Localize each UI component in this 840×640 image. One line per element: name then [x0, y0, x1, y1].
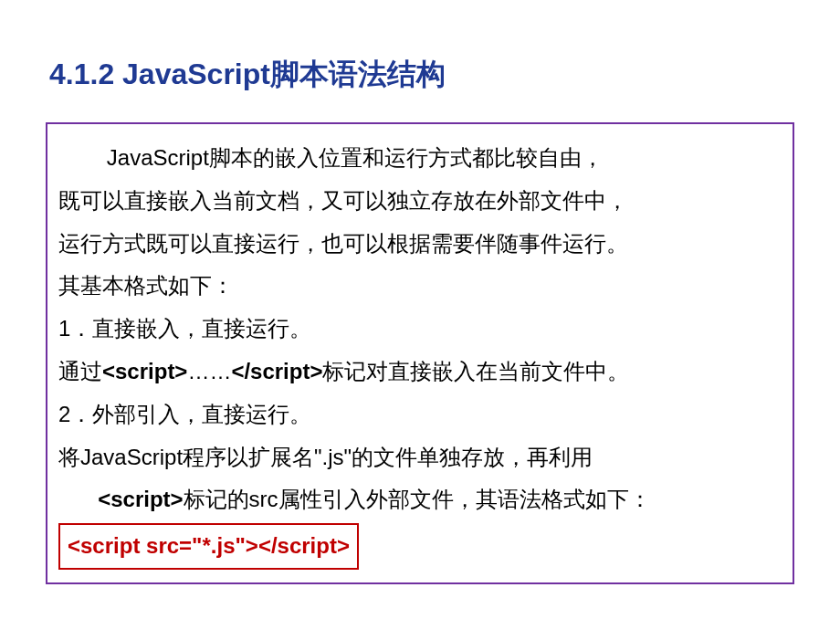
item1-description: 通过<script>……</script>标记对直接嵌入在当前文件中。 — [58, 351, 782, 393]
text: JavaScript脚本的嵌入位置和运行方式都比较自由， — [107, 145, 604, 170]
script-tag: <script> — [98, 487, 183, 511]
paragraph-line: 既可以直接嵌入当前文档，又可以独立存放在外部文件中， — [58, 180, 782, 223]
content-box: JavaScript脚本的嵌入位置和运行方式都比较自由， 既可以直接嵌入当前文档… — [46, 122, 794, 584]
item2-description-line2: <script>标记的src属性引入外部文件，其语法格式如下： — [58, 478, 782, 521]
paragraph-line: 运行方式既可以直接运行，也可以根据需要伴随事件运行。 — [58, 223, 782, 266]
paragraph-line: 其基本格式如下： — [58, 265, 782, 308]
text: 标记的src属性引入外部文件，其语法格式如下： — [184, 487, 651, 511]
item2-description-line1: 将JavaScript程序以扩展名".js"的文件单独存放，再利用 — [58, 436, 782, 479]
section-title: 4.1.2 JavaScript脚本语法结构 — [46, 55, 794, 95]
list-item-1: 1．直接嵌入，直接运行。 — [58, 308, 782, 351]
text: 通过 — [58, 359, 102, 383]
script-open-tag: <script> — [102, 359, 187, 383]
text: …… — [187, 359, 231, 383]
paragraph-line: JavaScript脚本的嵌入位置和运行方式都比较自由， — [58, 137, 782, 180]
text: 标记对直接嵌入在当前文件中。 — [322, 359, 629, 383]
script-close-tag: </script> — [231, 359, 322, 383]
code-example-box: <script src="*.js"></script> — [58, 523, 359, 570]
list-item-2: 2．外部引入，直接运行。 — [58, 393, 782, 436]
